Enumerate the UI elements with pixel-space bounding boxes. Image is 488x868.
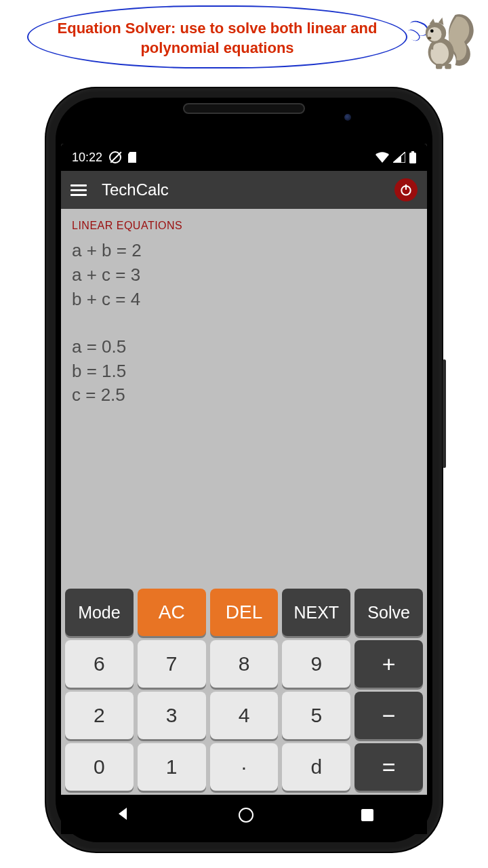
equation-line: b + c = 4 bbox=[72, 288, 416, 312]
wifi-icon bbox=[375, 152, 389, 163]
next-key[interactable]: NEXT bbox=[282, 589, 350, 636]
equation-line: a + b = 2 bbox=[72, 239, 416, 263]
four-key[interactable]: 4 bbox=[210, 692, 279, 739]
status-time: 10:22 bbox=[72, 151, 102, 165]
menu-button[interactable] bbox=[70, 184, 87, 196]
svg-rect-7 bbox=[445, 64, 451, 69]
d-key[interactable]: d bbox=[282, 743, 350, 791]
front-camera bbox=[344, 114, 351, 121]
recents-button[interactable] bbox=[361, 809, 373, 821]
app-title: TechCalc bbox=[102, 180, 169, 199]
del-key[interactable]: DEL bbox=[210, 589, 279, 636]
sd-card-icon bbox=[128, 152, 136, 163]
mode-label: LINEAR EQUATIONS bbox=[72, 218, 416, 233]
svg-point-4 bbox=[430, 29, 434, 33]
home-button[interactable] bbox=[239, 808, 253, 823]
solution-line: c = 2.5 bbox=[72, 383, 416, 408]
app-bar: TechCalc bbox=[61, 171, 427, 209]
keypad: Mode AC DEL NEXT Solve 6 7 8 9 + 2 3 4 bbox=[61, 585, 427, 795]
battery-icon bbox=[409, 151, 416, 163]
help-callout: Equation Solver: use to solve both linea… bbox=[27, 5, 474, 80]
dot-key[interactable]: · bbox=[210, 743, 279, 791]
svg-rect-11 bbox=[405, 184, 407, 190]
equation-line: a + c = 3 bbox=[72, 263, 416, 288]
five-key[interactable]: 5 bbox=[282, 692, 350, 739]
three-key[interactable]: 3 bbox=[138, 692, 206, 739]
seven-key[interactable]: 7 bbox=[138, 640, 206, 688]
eight-key[interactable]: 8 bbox=[210, 640, 279, 688]
svg-rect-8 bbox=[411, 151, 414, 153]
six-key[interactable]: 6 bbox=[65, 640, 134, 688]
solution-line: a = 0.5 bbox=[72, 335, 416, 359]
android-nav-bar bbox=[61, 796, 427, 834]
status-bar: 10:22 bbox=[61, 144, 427, 171]
zero-key[interactable]: 0 bbox=[65, 743, 134, 791]
power-button[interactable] bbox=[394, 178, 418, 201]
callout-text: Equation Solver: use to solve both linea… bbox=[58, 20, 378, 56]
signal-icon bbox=[393, 152, 405, 163]
calculator-display: LINEAR EQUATIONS a + b = 2 a + c = 3 b +… bbox=[61, 209, 427, 585]
equations-block: a + b = 2 a + c = 3 b + c = 4 bbox=[72, 239, 416, 312]
phone-frame: 10:22 bbox=[46, 88, 442, 852]
solution-line: b = 1.5 bbox=[72, 359, 416, 384]
squirrel-mascot bbox=[410, 5, 474, 73]
back-button[interactable] bbox=[115, 806, 131, 825]
speech-bubble: Equation Solver: use to solve both linea… bbox=[27, 5, 407, 68]
phone-screen: 10:22 bbox=[61, 144, 427, 795]
plus-key[interactable]: + bbox=[354, 640, 423, 688]
svg-rect-6 bbox=[436, 64, 443, 69]
solutions-block: a = 0.5 b = 1.5 c = 2.5 bbox=[72, 335, 416, 408]
nine-key[interactable]: 9 bbox=[282, 640, 350, 688]
minus-key[interactable]: − bbox=[354, 692, 423, 739]
svg-rect-9 bbox=[409, 153, 416, 163]
equals-key[interactable]: = bbox=[354, 743, 423, 791]
two-key[interactable]: 2 bbox=[65, 692, 134, 739]
ac-key[interactable]: AC bbox=[138, 589, 206, 636]
solve-key[interactable]: Solve bbox=[354, 589, 423, 636]
earpiece bbox=[183, 103, 305, 114]
svg-point-5 bbox=[428, 37, 432, 39]
one-key[interactable]: 1 bbox=[138, 743, 206, 791]
no-update-icon bbox=[109, 151, 121, 163]
mode-key[interactable]: Mode bbox=[65, 589, 134, 636]
